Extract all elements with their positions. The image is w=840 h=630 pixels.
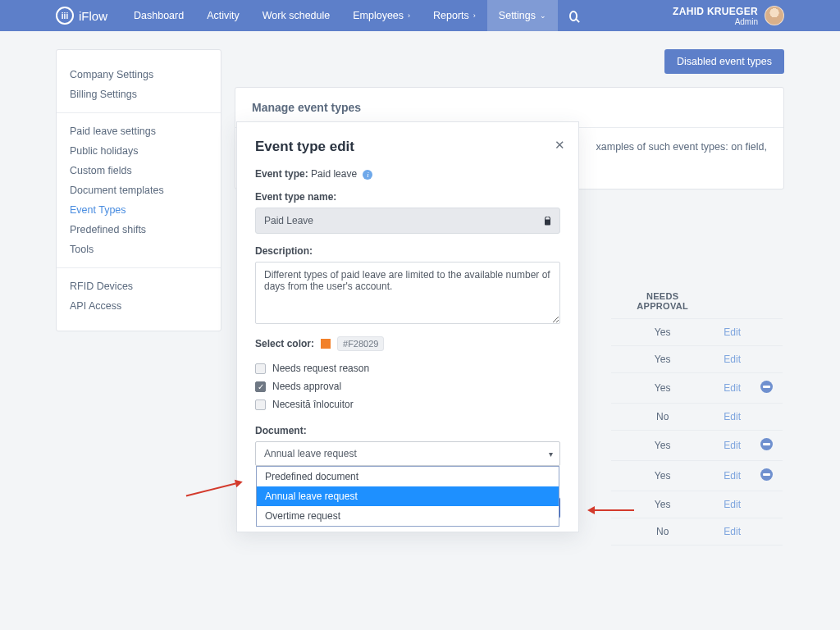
chevron-down-icon: ⌄ bbox=[540, 11, 546, 20]
nav-schedule[interactable]: Work schedule bbox=[251, 0, 341, 31]
sidebar-item-api-access[interactable]: API Access bbox=[70, 296, 208, 316]
behind-table-strip: NEEDS APPROVAL YesEdit YesEdit YesEdit N… bbox=[611, 284, 783, 546]
annotation-arrow-right bbox=[595, 509, 634, 511]
nav-links: Dashboard Activity Work schedule Employe… bbox=[122, 0, 589, 31]
info-icon[interactable]: i bbox=[363, 170, 372, 180]
table-row: NoEdit bbox=[611, 518, 783, 546]
brand[interactable]: iii iFlow bbox=[56, 7, 107, 25]
checkbox-icon bbox=[255, 363, 266, 374]
checkbox-label: Needs request reason bbox=[272, 363, 369, 374]
description-label: Description: bbox=[255, 245, 560, 257]
sidebar-item-public-holidays[interactable]: Public holidays bbox=[70, 141, 208, 161]
color-label: Select color: bbox=[255, 338, 314, 349]
event-type-value: Paid leave bbox=[311, 168, 357, 180]
table-row: YesEdit bbox=[611, 346, 783, 373]
name-value: Paid Leave bbox=[264, 215, 313, 226]
color-swatch[interactable] bbox=[321, 339, 331, 349]
table-row: YesEdit bbox=[611, 319, 783, 346]
sidebar-item-predefined-shifts[interactable]: Predefined shifts bbox=[70, 220, 208, 240]
settings-sidebar: Company Settings Billing Settings Paid l… bbox=[56, 49, 221, 331]
sidebar-item-billing-settings[interactable]: Billing Settings bbox=[70, 84, 208, 104]
document-option-annual-leave[interactable]: Annual leave request bbox=[257, 486, 559, 506]
nav-settings-label: Settings bbox=[499, 10, 536, 21]
edit-link[interactable]: Edit bbox=[724, 411, 741, 422]
sidebar-item-rfid-devices[interactable]: RFID Devices bbox=[70, 276, 208, 296]
annotation-arrow-left bbox=[186, 483, 236, 497]
checkbox-needs-approval[interactable]: ✓ Needs approval bbox=[255, 377, 560, 395]
search-icon bbox=[569, 11, 578, 21]
col-needs-approval: NEEDS APPROVAL bbox=[611, 284, 714, 319]
sidebar-item-document-templates[interactable]: Document templates bbox=[70, 180, 208, 200]
sidebar-item-custom-fields[interactable]: Custom fields bbox=[70, 161, 208, 180]
table-row: YesEdit bbox=[611, 491, 783, 518]
edit-link[interactable]: Edit bbox=[724, 354, 741, 365]
document-select[interactable]: Annual leave request Predefined document… bbox=[255, 441, 560, 466]
description-input[interactable] bbox=[255, 262, 560, 324]
modal-title: Event type edit bbox=[255, 139, 560, 155]
user-area[interactable]: ZAHID KRUEGER Admin bbox=[673, 0, 840, 31]
sidebar-item-company-settings[interactable]: Company Settings bbox=[70, 65, 208, 84]
document-label: Document: bbox=[255, 425, 560, 436]
remove-icon[interactable] bbox=[760, 468, 773, 481]
lock-icon bbox=[544, 217, 551, 226]
checkbox-icon bbox=[255, 399, 266, 410]
chevron-right-icon: › bbox=[473, 11, 476, 20]
sidebar-divider bbox=[57, 267, 221, 268]
remove-icon[interactable] bbox=[760, 438, 773, 450]
table-row: YesEdit bbox=[611, 373, 783, 404]
color-row: Select color: #F28029 bbox=[255, 336, 560, 351]
nav-search[interactable] bbox=[558, 0, 589, 31]
edit-link[interactable]: Edit bbox=[724, 440, 741, 451]
event-type-line: Event type: Paid leave i bbox=[255, 168, 560, 180]
user-role: Admin bbox=[673, 17, 758, 26]
edit-link[interactable]: Edit bbox=[724, 382, 741, 394]
table-row: NoEdit bbox=[611, 404, 783, 431]
user-name: ZAHID KRUEGER bbox=[673, 6, 758, 17]
name-input: Paid Leave bbox=[255, 208, 560, 234]
nav-settings[interactable]: Settings ⌄ bbox=[487, 0, 558, 31]
table-row: YesEdit bbox=[611, 461, 783, 491]
event-type-edit-modal: ✕ Event type edit Event type: Paid leave… bbox=[236, 121, 579, 532]
color-hex[interactable]: #F28029 bbox=[337, 336, 384, 351]
edit-link[interactable]: Edit bbox=[724, 499, 741, 510]
event-types-table-partial: NEEDS APPROVAL YesEdit YesEdit YesEdit N… bbox=[611, 284, 783, 546]
document-option-overtime[interactable]: Overtime request bbox=[257, 506, 559, 526]
disabled-event-types-button[interactable]: Disabled event types bbox=[664, 49, 784, 74]
document-dropdown: Predefined document Annual leave request… bbox=[256, 466, 559, 527]
sidebar-divider bbox=[57, 112, 221, 113]
name-label: Event type name: bbox=[255, 191, 560, 203]
table-row: YesEdit bbox=[611, 431, 783, 461]
brand-icon: iii bbox=[56, 7, 74, 25]
edit-link[interactable]: Edit bbox=[724, 470, 741, 482]
event-type-label: Event type: bbox=[255, 168, 308, 180]
remove-icon[interactable] bbox=[760, 381, 773, 393]
document-option-predefined[interactable]: Predefined document bbox=[257, 467, 559, 486]
avatar bbox=[765, 6, 784, 25]
close-icon[interactable]: ✕ bbox=[555, 139, 565, 151]
checkbox-label: Needs approval bbox=[272, 381, 341, 392]
checkbox-needs-substitute[interactable]: Necesită înlocuitor bbox=[255, 395, 560, 413]
nav-dashboard[interactable]: Dashboard bbox=[122, 0, 195, 31]
top-nav: iii iFlow Dashboard Activity Work schedu… bbox=[0, 0, 840, 31]
chevron-right-icon: › bbox=[408, 11, 410, 20]
document-selected-value: Annual leave request bbox=[264, 448, 357, 459]
user-text: ZAHID KRUEGER Admin bbox=[673, 6, 758, 26]
nav-employees-label: Employees bbox=[353, 10, 404, 21]
checkbox-icon: ✓ bbox=[255, 381, 266, 392]
edit-link[interactable]: Edit bbox=[724, 526, 741, 537]
checkbox-needs-reason[interactable]: Needs request reason bbox=[255, 359, 560, 377]
nav-employees[interactable]: Employees › bbox=[341, 0, 422, 31]
edit-link[interactable]: Edit bbox=[724, 326, 741, 338]
brand-name: iFlow bbox=[79, 9, 107, 23]
nav-reports[interactable]: Reports › bbox=[422, 0, 487, 31]
sidebar-item-event-types[interactable]: Event Types bbox=[70, 200, 208, 220]
nav-reports-label: Reports bbox=[433, 10, 469, 21]
sidebar-item-tools[interactable]: Tools bbox=[70, 240, 208, 259]
sidebar-item-paid-leave-settings[interactable]: Paid leave settings bbox=[70, 121, 208, 141]
checkbox-label: Necesită înlocuitor bbox=[272, 399, 354, 410]
nav-activity[interactable]: Activity bbox=[195, 0, 251, 31]
